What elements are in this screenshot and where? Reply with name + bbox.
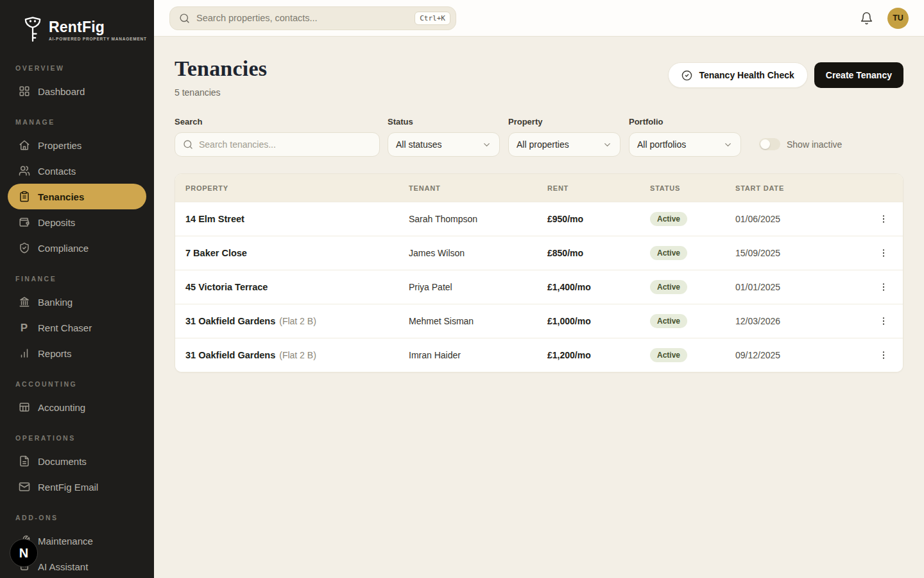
kebab-menu-icon bbox=[878, 282, 889, 292]
tenant-name: Sarah Thompson bbox=[398, 214, 537, 224]
bell-icon bbox=[860, 12, 873, 25]
clipboard-list-icon bbox=[18, 191, 30, 202]
property-select-value: All properties bbox=[517, 139, 569, 150]
kebab-menu-icon bbox=[878, 350, 889, 360]
sidebar-item-label: Reports bbox=[38, 348, 72, 359]
start-date: 01/06/2025 bbox=[725, 214, 864, 224]
create-tenancy-button[interactable]: Create Tenancy bbox=[814, 62, 903, 88]
status-badge: Active bbox=[650, 348, 687, 362]
sidebar-item-banking[interactable]: Banking bbox=[8, 289, 146, 315]
tenancy-health-check-button[interactable]: Tenancy Health Check bbox=[668, 62, 807, 88]
portfolio-filter-label: Portfolio bbox=[629, 117, 741, 127]
table-row[interactable]: 31 Oakfield Gardens(Flat 2 B) Mehmet Sis… bbox=[175, 304, 903, 338]
row-actions-button[interactable] bbox=[875, 312, 893, 330]
user-avatar[interactable]: TU bbox=[887, 8, 909, 29]
property-unit: (Flat 2 B) bbox=[279, 350, 316, 360]
start-date: 01/01/2025 bbox=[725, 282, 864, 292]
notifications-button[interactable] bbox=[860, 12, 873, 25]
section-finance: FINANCE bbox=[0, 275, 154, 283]
section-accounting: ACCOUNTING bbox=[0, 380, 154, 388]
house-icon bbox=[18, 139, 30, 151]
column-rent: RENT bbox=[537, 184, 640, 192]
sidebar-item-tenancies[interactable]: Tenancies bbox=[8, 184, 146, 209]
sidebar-item-label: AI Assistant bbox=[38, 561, 88, 572]
bar-chart-icon bbox=[18, 347, 30, 359]
content: Tenancies 5 tenancies Tenancy Health Che… bbox=[154, 37, 924, 578]
status-select-value: All statuses bbox=[396, 139, 442, 150]
property-name: 14 Elm Street bbox=[185, 214, 244, 224]
file-text-icon bbox=[18, 455, 30, 467]
sidebar-item-label: Properties bbox=[38, 140, 81, 151]
row-actions-button[interactable] bbox=[875, 244, 893, 262]
global-search-input[interactable] bbox=[196, 13, 408, 23]
status-select[interactable]: All statuses bbox=[388, 132, 500, 157]
start-date: 12/03/2026 bbox=[725, 316, 864, 326]
rent-amount: £950/mo bbox=[537, 214, 640, 224]
sidebar-nav: OVERVIEW Dashboard MANAGE Properties bbox=[0, 48, 154, 578]
rentfig-key-logo-icon bbox=[22, 17, 44, 44]
sidebar-item-rentfig-email[interactable]: RentFig Email bbox=[8, 474, 146, 500]
table-row[interactable]: 31 Oakfield Gardens(Flat 2 B) Imran Haid… bbox=[175, 338, 903, 372]
sidebar-item-reports[interactable]: Reports bbox=[8, 340, 146, 366]
tenancy-search-field[interactable] bbox=[175, 132, 380, 157]
show-inactive-toggle[interactable] bbox=[759, 138, 780, 150]
sidebar-item-label: Documents bbox=[38, 456, 87, 467]
sidebar: RentFig AI-POWERED PROPERTY MANAGEMENT O… bbox=[0, 0, 154, 578]
sidebar-item-compliance[interactable]: Compliance bbox=[8, 235, 146, 261]
tenant-name: Mehmet Sisman bbox=[398, 316, 537, 326]
property-name: 31 Oakfield Gardens bbox=[185, 350, 275, 360]
sidebar-item-dashboard[interactable]: Dashboard bbox=[8, 78, 146, 104]
users-icon bbox=[18, 165, 30, 177]
table-row[interactable]: 14 Elm Street Sarah Thompson £950/mo Act… bbox=[175, 202, 903, 236]
kebab-menu-icon bbox=[878, 248, 889, 258]
row-actions-button[interactable] bbox=[875, 278, 893, 296]
sidebar-item-label: Accounting bbox=[38, 402, 85, 413]
column-status: STATUS bbox=[640, 184, 725, 192]
status-filter-label: Status bbox=[388, 117, 500, 127]
sidebar-item-contacts[interactable]: Contacts bbox=[8, 158, 146, 184]
logo: RentFig AI-POWERED PROPERTY MANAGEMENT bbox=[0, 0, 154, 48]
sidebar-item-label: Deposits bbox=[38, 217, 75, 228]
chevron-down-icon bbox=[482, 140, 492, 150]
section-manage: MANAGE bbox=[0, 118, 154, 126]
table-grid-icon bbox=[18, 401, 30, 413]
property-select[interactable]: All properties bbox=[508, 132, 620, 157]
tenancy-search-input[interactable] bbox=[199, 139, 372, 150]
table-row[interactable]: 45 Victoria Terrace Priya Patel £1,400/m… bbox=[175, 270, 903, 304]
sidebar-item-accounting[interactable]: Accounting bbox=[8, 394, 146, 420]
tenant-name: Priya Patel bbox=[398, 282, 537, 292]
column-start-date: START DATE bbox=[725, 184, 864, 192]
sidebar-item-deposits[interactable]: Deposits bbox=[8, 209, 146, 235]
sidebar-item-properties[interactable]: Properties bbox=[8, 132, 146, 158]
portfolio-select[interactable]: All portfolios bbox=[629, 132, 741, 157]
nextjs-dev-badge[interactable]: N bbox=[10, 539, 38, 567]
search-icon bbox=[183, 139, 193, 150]
search-icon bbox=[179, 13, 190, 24]
row-actions-button[interactable] bbox=[875, 346, 893, 364]
sidebar-item-documents[interactable]: Documents bbox=[8, 448, 146, 474]
sidebar-item-label: Dashboard bbox=[38, 86, 85, 97]
table-row[interactable]: 7 Baker Close James Wilson £850/mo Activ… bbox=[175, 236, 903, 270]
start-date: 09/12/2025 bbox=[725, 350, 864, 360]
sidebar-item-label: Maintenance bbox=[38, 536, 93, 547]
row-actions-button[interactable] bbox=[875, 210, 893, 228]
tenancies-table: PROPERTY TENANT RENT STATUS START DATE 1… bbox=[175, 173, 903, 372]
table-body: 14 Elm Street Sarah Thompson £950/mo Act… bbox=[175, 202, 903, 372]
tenant-name: Imran Haider bbox=[398, 350, 537, 360]
search-filter-label: Search bbox=[175, 117, 380, 127]
status-badge: Active bbox=[650, 314, 687, 328]
sidebar-item-label: Compliance bbox=[38, 243, 89, 254]
rent-amount: £850/mo bbox=[537, 248, 640, 258]
section-overview: OVERVIEW bbox=[0, 64, 154, 72]
property-unit: (Flat 2 B) bbox=[279, 316, 316, 326]
sidebar-item-rent-chaser[interactable]: P Rent Chaser bbox=[8, 315, 146, 340]
kebab-menu-icon bbox=[878, 214, 889, 224]
tenant-name: James Wilson bbox=[398, 248, 537, 258]
page-title: Tenancies bbox=[175, 57, 267, 81]
global-search[interactable]: Ctrl+K bbox=[169, 6, 456, 30]
status-badge: Active bbox=[650, 280, 687, 294]
property-name: 45 Victoria Terrace bbox=[185, 282, 268, 292]
app-tagline: AI-POWERED PROPERTY MANAGEMENT bbox=[49, 37, 147, 41]
property-filter-label: Property bbox=[508, 117, 620, 127]
status-badge: Active bbox=[650, 246, 687, 260]
